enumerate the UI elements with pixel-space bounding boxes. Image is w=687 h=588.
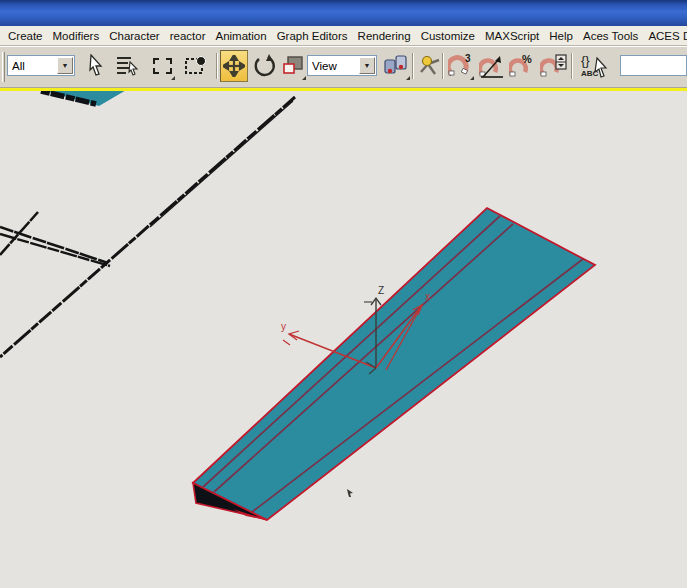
toolbar-separator bbox=[412, 53, 414, 79]
perspective-viewport[interactable]: Z x y bbox=[0, 91, 687, 588]
menu-item-customize[interactable]: Customize bbox=[416, 30, 480, 42]
selected-box-object[interactable] bbox=[193, 208, 595, 520]
flyout-indicator bbox=[171, 76, 175, 80]
toolbar-separator bbox=[442, 53, 444, 79]
window-crossing-toggle-button[interactable] bbox=[182, 50, 210, 82]
main-toolbar: All ▼ bbox=[0, 46, 687, 88]
select-and-move-button[interactable] bbox=[220, 50, 248, 82]
named-sets-icon: {} ABC bbox=[579, 52, 609, 80]
percent-snap-toggle-button[interactable]: % bbox=[508, 50, 536, 82]
ink-parallel-line-1 bbox=[0, 227, 108, 263]
menu-item-modifiers[interactable]: Modifiers bbox=[48, 30, 105, 42]
selection-filter-value: All bbox=[8, 60, 56, 72]
angle-snap-toggle-button[interactable] bbox=[478, 50, 506, 82]
flyout-indicator bbox=[406, 76, 410, 80]
svg-text:3: 3 bbox=[465, 53, 471, 64]
edit-named-selection-sets-button[interactable]: {} ABC bbox=[577, 50, 611, 82]
rotate-icon bbox=[253, 54, 277, 78]
y-axis-label: y bbox=[281, 321, 286, 332]
ink-sketch-lines bbox=[0, 91, 295, 357]
marquee-rect-icon bbox=[153, 58, 172, 74]
z-axis-label: Z bbox=[378, 285, 384, 296]
title-bar[interactable]: ds Max 8 - Stand-alone License bbox=[0, 0, 687, 26]
selection-filter-combo[interactable]: All ▼ bbox=[7, 55, 75, 76]
select-arrow-icon bbox=[85, 54, 107, 78]
ink-cross-line bbox=[0, 212, 38, 255]
rectangular-selection-region-button[interactable] bbox=[148, 50, 176, 82]
select-by-name-button[interactable] bbox=[114, 50, 142, 82]
flyout-indicator bbox=[302, 76, 306, 80]
toolbar-separator bbox=[216, 53, 218, 79]
ink-long-diagonal bbox=[0, 97, 295, 357]
chevron-down-icon[interactable]: ▼ bbox=[57, 57, 73, 74]
y-axis-tick bbox=[283, 340, 290, 345]
menu-item-rendering[interactable]: Rendering bbox=[353, 30, 416, 42]
toolbar-drag-handle[interactable] bbox=[2, 52, 5, 82]
snaps-toggle-button[interactable]: 3 bbox=[447, 50, 475, 82]
toolbar-separator bbox=[571, 53, 573, 79]
x-axis-label: x bbox=[425, 291, 430, 302]
magnet-angle-icon bbox=[479, 53, 505, 79]
move-icon bbox=[223, 55, 245, 77]
select-and-rotate-button[interactable] bbox=[251, 50, 279, 82]
mouse-cursor-icon bbox=[347, 489, 353, 497]
reference-coordinate-system-combo[interactable]: View ▼ bbox=[307, 55, 377, 76]
viewport-canvas[interactable]: Z x y bbox=[0, 91, 687, 588]
select-and-manipulate-button[interactable] bbox=[416, 50, 444, 82]
box-top-face[interactable] bbox=[193, 208, 595, 520]
svg-text:%: % bbox=[522, 53, 532, 65]
menu-item-aces-tools[interactable]: Aces Tools bbox=[578, 30, 643, 42]
menu-item-character[interactable]: Character bbox=[104, 30, 165, 42]
ink-long-diagonal-rough bbox=[150, 101, 293, 227]
manipulate-icon bbox=[418, 54, 442, 78]
menu-bar: CreateModifiersCharacterreactorAnimation… bbox=[0, 26, 687, 46]
ink-parallel-line-2 bbox=[0, 234, 110, 266]
select-object-button[interactable] bbox=[82, 50, 110, 82]
application-window: ds Max 8 - Stand-alone License CreateMod… bbox=[0, 0, 687, 588]
pivot-center-icon bbox=[383, 54, 409, 78]
menu-item-help[interactable]: Help bbox=[544, 30, 578, 42]
menu-item-aces-docum[interactable]: ACES Docum bbox=[643, 30, 687, 42]
select-and-scale-button[interactable] bbox=[279, 50, 307, 82]
magnet-percent-icon: % bbox=[509, 53, 535, 79]
spinner-snap-toggle-button[interactable] bbox=[538, 50, 570, 82]
scale-icon bbox=[282, 55, 304, 77]
menu-item-animation[interactable]: Animation bbox=[210, 30, 271, 42]
window-crossing-icon bbox=[184, 55, 208, 77]
chevron-down-icon[interactable]: ▼ bbox=[359, 57, 375, 74]
menu-item-reactor[interactable]: reactor bbox=[165, 30, 211, 42]
menu-item-graph-editors[interactable]: Graph Editors bbox=[272, 30, 353, 42]
select-by-name-icon bbox=[116, 55, 140, 77]
named-selection-sets-field[interactable] bbox=[620, 55, 687, 76]
svg-text:{}: {} bbox=[581, 53, 590, 68]
flyout-indicator bbox=[470, 76, 474, 80]
use-pivot-point-center-button[interactable] bbox=[381, 50, 411, 82]
menu-item-create[interactable]: Create bbox=[3, 30, 48, 42]
menu-item-maxscript[interactable]: MAXScript bbox=[480, 30, 544, 42]
magnet-spinner-icon bbox=[540, 53, 568, 79]
coord-system-value: View bbox=[308, 60, 358, 72]
